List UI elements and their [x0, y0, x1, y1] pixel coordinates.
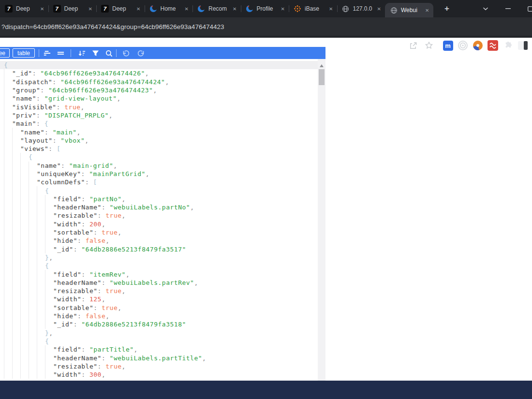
view-toggle-tree-button[interactable]: tree — [0, 48, 10, 58]
indent-guide — [20, 203, 29, 211]
tab-close-icon[interactable]: ✕ — [425, 8, 429, 13]
indent-guide — [37, 362, 45, 370]
tab-deep[interactable]: 7Deep✕ — [96, 0, 145, 17]
indent-guide — [29, 287, 37, 295]
indent-guide — [4, 320, 12, 328]
tab-profile[interactable]: Profile✕ — [241, 0, 289, 17]
code-token: } — [45, 329, 49, 337]
filter-icon[interactable] — [91, 49, 100, 58]
scrollbar-track[interactable] — [318, 59, 325, 381]
tab-search-chevron-icon[interactable] — [480, 3, 491, 15]
sort-icon[interactable] — [77, 49, 86, 58]
code-line-30: "sortable": true, — [0, 304, 318, 312]
indent-guide — [29, 195, 37, 203]
code-token: "webuiLabels.partTitle" — [110, 355, 203, 362]
url-text[interactable]: ?dispatch=64cb96ff626e93a476474424&group… — [1, 23, 224, 30]
code-token: "64db2886e5213f8479fa3517" — [81, 246, 186, 253]
tab-deep[interactable]: 7Deep✕ — [0, 0, 48, 17]
indent-guide — [4, 370, 12, 379]
indent-guide — [37, 270, 45, 278]
code-token: : — [32, 70, 41, 77]
deep-logo-icon: 7 — [101, 5, 109, 13]
indent-guide — [4, 86, 12, 94]
indent-guide — [4, 337, 12, 345]
indent-guide — [29, 245, 37, 253]
view-toggle-table-button[interactable]: table — [13, 48, 35, 58]
scroll-up-arrow-icon[interactable] — [320, 64, 324, 67]
tab-127-0-0[interactable]: 127.0.0✕ — [337, 0, 385, 17]
tab-close-icon[interactable]: ✕ — [136, 6, 140, 12]
code-token: "main" — [53, 129, 77, 136]
code-line-10: "layout": "vbox", — [0, 136, 318, 145]
code-line-8: "main": { — [0, 119, 318, 128]
code-token: 200 — [89, 221, 102, 228]
code-token: : — [81, 346, 89, 353]
tab-close-icon[interactable]: ✕ — [233, 6, 236, 12]
code-line-14: "uniqueKey": "mainPartGrid", — [0, 170, 318, 178]
tab-deep[interactable]: 7Deep✕ — [48, 0, 97, 17]
code-token: : — [93, 304, 102, 311]
sidebar-extension-icon[interactable] — [517, 40, 528, 51]
m-extension-icon[interactable]: m — [443, 40, 453, 51]
tab-close-icon[interactable]: ✕ — [40, 6, 44, 12]
minimize-button[interactable] — [502, 3, 514, 15]
globe-icon — [342, 5, 350, 13]
tab-label: Recom — [208, 5, 231, 12]
code-token: true — [105, 287, 121, 295]
indent-guide — [20, 295, 29, 303]
code-token: : — [81, 195, 89, 203]
address-bar[interactable]: ?dispatch=64cb96ff626e93a476474424&group… — [0, 17, 532, 36]
indent-guide — [29, 220, 37, 228]
code-token: : — [57, 103, 65, 111]
code-token: : — [40, 87, 48, 94]
maximize-button[interactable] — [524, 3, 532, 15]
tab-recom[interactable]: Recom✕ — [192, 0, 241, 17]
indent-guide — [4, 153, 12, 161]
indent-guide — [4, 312, 12, 320]
tab-close-icon[interactable]: ✕ — [89, 6, 92, 12]
code-token: : — [102, 355, 110, 362]
code-token: , — [118, 304, 121, 311]
code-token: 125 — [89, 296, 102, 303]
indent-guide — [29, 162, 37, 170]
tab-webui[interactable]: Webui✕ — [385, 3, 433, 17]
tab-ibase[interactable]: iBase✕ — [289, 0, 337, 17]
new-tab-button[interactable]: + — [441, 3, 453, 15]
orange-burst-icon — [294, 5, 301, 13]
indent-guide — [37, 262, 45, 270]
expand-all-icon[interactable] — [56, 49, 65, 58]
code-token: "itemRev" — [89, 271, 126, 278]
bookmark-star-icon[interactable] — [424, 40, 434, 51]
indent-guide — [4, 119, 12, 128]
share-icon[interactable] — [408, 40, 418, 51]
collapse-all-icon[interactable] — [43, 49, 51, 58]
orb-extension-icon[interactable] — [473, 40, 483, 51]
code-token: , — [122, 287, 126, 295]
tab-close-icon[interactable]: ✕ — [377, 6, 381, 12]
tab-home[interactable]: Home✕ — [145, 0, 193, 17]
indent-guide — [4, 287, 12, 295]
code-token: "webuiLabels.partNo" — [110, 204, 191, 211]
indent-guide — [37, 245, 45, 253]
code-line-35: "field": "partTitle", — [0, 345, 318, 354]
indent-guide — [29, 279, 37, 287]
red-extension-icon[interactable] — [488, 40, 498, 51]
indent-guide — [20, 153, 29, 161]
rings-extension-icon[interactable] — [458, 40, 468, 51]
code-token: : — [98, 363, 106, 370]
puzzle-extensions-icon[interactable] — [502, 40, 513, 51]
indent-guide — [37, 345, 45, 354]
search-icon[interactable] — [104, 49, 113, 58]
tab-close-icon[interactable]: ✕ — [185, 6, 189, 12]
scrollbar-thumb[interactable] — [319, 69, 325, 85]
indent-guide — [4, 186, 12, 194]
code-token: true — [102, 229, 118, 236]
indent-guide — [37, 253, 45, 262]
tab-close-icon[interactable]: ✕ — [281, 6, 285, 12]
indent-guide — [37, 370, 45, 379]
indent-guide — [12, 211, 20, 220]
indent-guide — [20, 211, 29, 220]
indent-guide — [45, 228, 53, 236]
indent-guide — [12, 362, 20, 370]
tab-close-icon[interactable]: ✕ — [329, 6, 333, 12]
